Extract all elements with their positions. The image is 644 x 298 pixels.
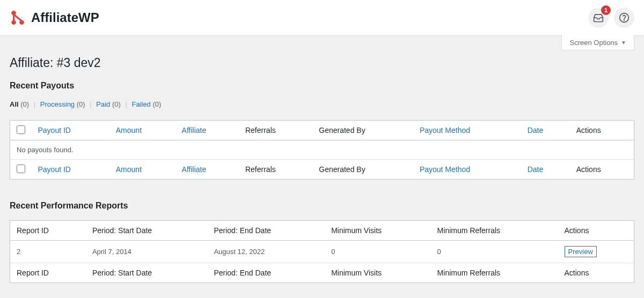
col-generated-by: Generated By <box>312 121 413 140</box>
col-min-visits: Minimum Visits <box>325 221 430 241</box>
col-actions-footer: Actions <box>570 160 634 180</box>
col-end-date: Period: End Date <box>207 221 325 241</box>
empty-message: No payouts found. <box>10 140 634 160</box>
caret-down-icon: ▼ <box>621 40 626 46</box>
report-visits-cell: 0 <box>325 241 430 263</box>
col-end-date-footer: Period: End Date <box>207 263 325 283</box>
payouts-table: Payout ID Amount Affiliate Referrals Gen… <box>10 120 634 180</box>
col-min-visits-footer: Minimum Visits <box>325 263 430 283</box>
col-date-footer[interactable]: Date <box>521 160 570 180</box>
col-payout-id[interactable]: Payout ID <box>32 121 109 140</box>
report-row: 2 April 7, 2014 August 12, 2022 0 0 Prev… <box>10 241 634 263</box>
brand: AffiliateWP <box>10 10 99 26</box>
report-start-cell: April 7, 2014 <box>86 241 208 263</box>
col-report-id-footer: Report ID <box>10 263 86 283</box>
brand-name: AffiliateWP <box>31 10 99 25</box>
select-all-checkbox-footer[interactable] <box>17 165 25 173</box>
screen-options-button[interactable]: Screen Options ▼ <box>561 35 634 50</box>
col-affiliate-footer[interactable]: Affiliate <box>175 160 239 180</box>
page-title: Affiliate: #3 dev2 <box>10 56 634 70</box>
help-icon <box>619 12 630 23</box>
select-all-checkbox[interactable] <box>17 125 25 134</box>
col-min-referrals: Minimum Referrals <box>431 221 558 241</box>
report-action-cell: Preview <box>558 241 634 263</box>
col-start-date: Period: Start Date <box>86 221 208 241</box>
svg-point-3 <box>620 13 629 23</box>
payouts-filters: All (0) | Processing (0) | Paid (0) | Fa… <box>10 100 634 108</box>
filter-failed[interactable]: Failed (0) <box>131 100 161 108</box>
screen-options-wrap: Screen Options ▼ <box>0 36 644 50</box>
screen-options-label: Screen Options <box>569 39 618 47</box>
header-actions: 1 <box>588 8 634 28</box>
col-amount-footer[interactable]: Amount <box>109 160 175 180</box>
col-min-referrals-footer: Minimum Referrals <box>431 263 558 283</box>
filter-processing[interactable]: Processing (0) <box>40 100 87 108</box>
col-generated-by-footer: Generated By <box>312 160 413 180</box>
report-end-cell: August 12, 2022 <box>207 241 325 263</box>
col-report-actions-footer: Actions <box>558 263 634 283</box>
select-all-header <box>10 121 32 140</box>
col-payout-method-footer[interactable]: Payout Method <box>413 160 521 180</box>
col-amount[interactable]: Amount <box>109 121 175 140</box>
reports-section-title: Recent Performance Reports <box>10 201 634 211</box>
col-report-actions: Actions <box>558 221 634 241</box>
svg-point-4 <box>624 20 625 20</box>
brand-logo-icon <box>10 10 26 26</box>
help-button[interactable] <box>614 8 634 28</box>
payouts-section-title: Recent Payouts <box>10 81 634 91</box>
select-all-footer <box>10 160 32 180</box>
notification-badge: 1 <box>601 5 611 15</box>
reports-table: Report ID Period: Start Date Period: End… <box>10 220 634 283</box>
col-affiliate[interactable]: Affiliate <box>175 121 239 140</box>
app-header: AffiliateWP 1 <box>0 0 644 36</box>
main-content: Affiliate: #3 dev2 Recent Payouts All (0… <box>0 50 644 298</box>
col-payout-id-footer[interactable]: Payout ID <box>32 160 109 180</box>
inbox-icon <box>593 12 604 23</box>
col-date[interactable]: Date <box>521 121 570 140</box>
preview-button[interactable]: Preview <box>565 246 597 257</box>
col-referrals: Referrals <box>239 121 312 140</box>
empty-row: No payouts found. <box>10 140 634 160</box>
filter-paid[interactable]: Paid (0) <box>96 100 122 108</box>
filter-all[interactable]: All (0) <box>10 100 31 108</box>
report-referrals-cell: 0 <box>431 241 558 263</box>
inbox-button[interactable]: 1 <box>588 8 609 28</box>
col-actions: Actions <box>570 121 634 140</box>
col-referrals-footer: Referrals <box>239 160 312 180</box>
col-start-date-footer: Period: Start Date <box>86 263 208 283</box>
col-report-id: Report ID <box>10 221 86 241</box>
report-id-cell: 2 <box>10 241 86 263</box>
col-payout-method[interactable]: Payout Method <box>413 121 521 140</box>
